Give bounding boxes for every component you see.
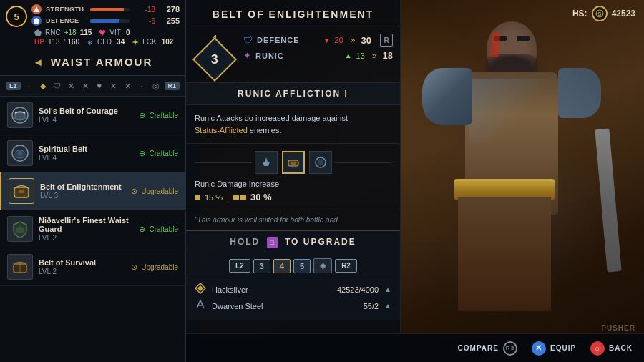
svg-marker-2 (34, 6, 39, 12)
item-stat-defence: 🛡 DEFENCE ▼ 20 » 30 R (243, 34, 393, 47)
section-header: ◄ WAIST ARMOUR (0, 49, 185, 76)
l2-button[interactable]: L2 (229, 259, 250, 273)
lck-label: LCK (142, 38, 156, 46)
strength-stat: STRENGTH -18 278 (31, 4, 180, 14)
lck-value: 102 (162, 38, 174, 46)
r3-button[interactable]: R3 (503, 341, 517, 356)
dmg-line-right (335, 162, 392, 163)
defence-label: DEFENCE (46, 17, 86, 24)
rnc-stat: RNC +18 115 (34, 29, 92, 36)
armour-level-5: LVL 2 (39, 268, 123, 275)
list-item[interactable]: Spiritual Belt LVL 4 ⊕ Craftable (0, 134, 185, 172)
equip-action[interactable]: ✕ EQUIP (532, 341, 576, 356)
runic-from: 13 (356, 52, 365, 60)
section-arrow: ◄ (33, 56, 45, 68)
left-panel: 5 STRENGTH -18 278 DEFENCE -6 255 (0, 0, 186, 362)
hacksilver-name: Hacksilver (212, 285, 331, 294)
filter-x4[interactable]: ✕ (122, 79, 133, 92)
filter-shield[interactable]: 🛡 (52, 79, 63, 92)
armour-status-3: ⊙ Upgradable (129, 186, 178, 196)
runic-stat-name: RUNIC (255, 52, 341, 60)
upgrade-levels[interactable]: L2 3 4 5 ◈ R2 (186, 254, 400, 278)
filter-heart[interactable]: ♥ (94, 79, 105, 92)
vit-label: VIT (109, 29, 121, 36)
list-item[interactable]: Sól's Belt of Courage LVL 4 ⊕ Craftable (0, 97, 185, 134)
armour-icon-5 (7, 254, 33, 280)
section-title: WAIST ARMOUR (51, 56, 153, 68)
item-level-number: 3 (211, 52, 218, 67)
secondary-stats-row: RNC +18 115 VIT 0 (31, 29, 180, 36)
filter-diamond[interactable]: ◆ (37, 79, 49, 92)
list-item[interactable]: Niðavellir's Finest Waist Guard LVL 2 ⊕ … (0, 210, 185, 248)
svg-rect-12 (264, 162, 268, 163)
tertiary-stats-row: HP 113 / 160 ❄ CLD 34 LCK 102 (31, 38, 180, 46)
svg-marker-3 (34, 29, 42, 36)
cld-stat: ❄ CLD 34 (87, 38, 125, 46)
compare-action: COMPARE R3 (458, 341, 517, 356)
list-item[interactable]: Belt of Enlightenment LVL 3 ⊙ Upgradable (0, 172, 185, 210)
defence-stat-name: DEFENCE (257, 36, 319, 44)
upgrade-level-4: 4 (273, 259, 291, 273)
r1-badge[interactable]: R1 (165, 82, 180, 90)
armour-list: Sól's Belt of Courage LVL 4 ⊕ Craftable … (0, 97, 185, 344)
dmg-from-val: 15 % (205, 193, 223, 202)
l1-badge[interactable]: L1 (6, 82, 21, 90)
defence-arrow-mid: » (351, 35, 356, 45)
upgrade-cost: Hacksilver 42523/4000 ▲ Dwarven Steel 55… (186, 278, 400, 320)
defence-icon (31, 16, 42, 26)
steel-value: 55/2 (364, 302, 379, 310)
back-action[interactable]: ○ BACK (590, 341, 633, 356)
hs-value: 42523 (612, 9, 635, 19)
upgradable-icon-3: ⊙ (129, 186, 139, 196)
item-stats-area: 4 3 🛡 DEFENCE ▼ 20 » 30 R ✦ RUNIC ▲ 13 (186, 26, 400, 83)
filter-x1[interactable]: ✕ (66, 79, 77, 92)
svg-point-7 (18, 151, 22, 155)
armour-name-1: Sól's Belt of Courage (39, 107, 131, 115)
cost-row-hacksilver: Hacksilver 42523/4000 ▲ (195, 283, 391, 296)
item-quote: "This armour is well suited for both bat… (186, 210, 400, 230)
upgrade-level-3: 3 (253, 259, 270, 273)
o-button[interactable]: ○ (590, 341, 605, 356)
strength-bar-fill (90, 8, 124, 11)
dmg-line-left (195, 162, 252, 163)
dmg-dot-d1 (233, 195, 239, 200)
craftable-icon-2: ⊕ (137, 148, 147, 158)
hs-badge: HS: S 42523 (572, 6, 635, 21)
strength-bar (90, 8, 130, 11)
armour-status-4: ⊕ Craftable (137, 224, 178, 234)
defence-change: -6 (134, 17, 155, 25)
filter-x3[interactable]: ✕ (108, 79, 119, 92)
runic-change-arrow: ▲ (345, 52, 352, 59)
hp-stat: HP 113 / 160 (34, 38, 79, 46)
pusher-badge: PUSHER (601, 324, 635, 332)
runic-stat-icon: ✦ (243, 50, 251, 61)
armour-name-4: Niðavellir's Finest Waist Guard (39, 216, 131, 233)
upgrade-r-badge: R (380, 34, 393, 47)
list-item[interactable]: Belt of Survival LVL 2 ⊙ Upgradable (0, 248, 185, 286)
upgradable-label-3: Upgradable (141, 187, 178, 195)
cld-label: CLD (97, 38, 112, 46)
x-button[interactable]: ✕ (532, 341, 546, 356)
filter-ring[interactable]: ◎ (150, 79, 162, 92)
armour-level-2: LVL 4 (39, 154, 131, 162)
steel-icon (195, 299, 206, 313)
hp-label: HP (34, 38, 44, 46)
r2-button[interactable]: R2 (335, 259, 357, 273)
armour-name-2: Spiritual Belt (39, 145, 131, 153)
svg-text:S: S (597, 11, 602, 17)
svg-rect-14 (291, 162, 296, 165)
craftable-label-2: Craftable (149, 150, 178, 157)
r3-label: R3 (506, 345, 514, 351)
svg-rect-9 (19, 190, 24, 193)
perk-title: RUNIC AFFLICTION I (186, 83, 400, 105)
cld-value: 34 (117, 38, 125, 46)
runic-arrow-mid: » (372, 51, 377, 61)
character-level: 5 (6, 6, 27, 27)
armour-info-1: Sól's Belt of Courage LVL 4 (39, 107, 131, 124)
back-label: BACK (609, 344, 633, 352)
defence-stat-icon: 🛡 (243, 35, 253, 46)
upgradable-icon-5: ⊙ (129, 262, 139, 272)
armour-icon-4 (7, 216, 33, 242)
filter-x2[interactable]: ✕ (79, 79, 91, 92)
filter-row[interactable]: L1 · ◆ 🛡 ✕ ✕ ♥ ✕ ✕ · ◎ R1 (0, 76, 185, 97)
